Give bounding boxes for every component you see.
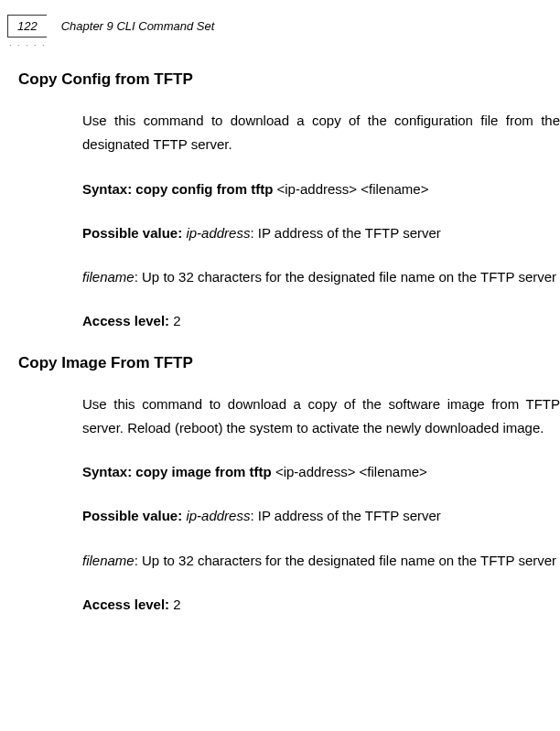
possible-value-line: Possible value: ip-address: IP address o… xyxy=(82,221,560,245)
access-level-block: Access level: 2 xyxy=(18,593,560,617)
syntax-label: Syntax: copy config from tftp xyxy=(82,181,277,197)
filename-line: filename: Up to 32 characters for the de… xyxy=(82,265,560,289)
syntax-line: Syntax: copy image from tftp <ip-address… xyxy=(82,460,560,484)
possible-value-label: Possible value: xyxy=(82,508,186,523)
possible-value-italic: ip-address xyxy=(186,225,250,241)
filename-block: filename: Up to 32 characters for the de… xyxy=(18,549,560,573)
page-content: Copy Config from TFTP Use this command t… xyxy=(0,70,560,617)
page-number: 122 xyxy=(7,15,47,38)
access-level-line: Access level: 2 xyxy=(82,593,560,617)
syntax-block: Syntax: copy image from tftp <ip-address… xyxy=(18,460,560,484)
description-text: Use this command to download a copy of t… xyxy=(82,392,560,441)
syntax-args: <ip-address> <filename> xyxy=(275,464,427,479)
syntax-block: Syntax: copy config from tftp <ip-addres… xyxy=(18,177,560,201)
filename-rest: : Up to 32 characters for the designated… xyxy=(135,269,556,285)
access-level-block: Access level: 2 xyxy=(18,309,560,333)
filename-italic: filename xyxy=(82,553,135,568)
section-heading-copy-config: Copy Config from TFTP xyxy=(18,70,560,89)
section-heading-copy-image: Copy Image From TFTP xyxy=(18,354,560,372)
syntax-args: <ip-address> <filename> xyxy=(277,181,429,197)
possible-value-rest: : IP address of the TFTP server xyxy=(250,508,440,523)
access-level-line: Access level: 2 xyxy=(82,309,560,333)
possible-value-block: Possible value: ip-address: IP address o… xyxy=(18,221,560,245)
page-header: 122 Chapter 9 CLI Command Set xyxy=(0,0,560,38)
filename-block: filename: Up to 32 characters for the de… xyxy=(18,265,560,289)
header-divider: . . . . . xyxy=(9,38,47,48)
description-block: Use this command to download a copy of t… xyxy=(18,109,560,157)
access-level-label: Access level: xyxy=(82,313,173,328)
possible-value-italic: ip-address xyxy=(186,508,250,523)
access-level-value: 2 xyxy=(173,313,180,328)
filename-line: filename: Up to 32 characters for the de… xyxy=(82,549,560,573)
syntax-label: Syntax: copy image from tftp xyxy=(82,464,275,479)
description-text: Use this command to download a copy of t… xyxy=(82,109,560,157)
description-block: Use this command to download a copy of t… xyxy=(18,392,560,441)
possible-value-label: Possible value: xyxy=(82,225,186,241)
filename-italic: filename xyxy=(82,269,135,285)
access-level-value: 2 xyxy=(173,597,180,612)
chapter-title: Chapter 9 CLI Command Set xyxy=(61,19,215,33)
access-level-label: Access level: xyxy=(82,597,173,612)
possible-value-block: Possible value: ip-address: IP address o… xyxy=(18,504,560,528)
syntax-line: Syntax: copy config from tftp <ip-addres… xyxy=(82,177,560,201)
filename-rest: : Up to 32 characters for the designated… xyxy=(135,553,556,568)
possible-value-rest: : IP address of the TFTP server xyxy=(250,225,440,241)
possible-value-line: Possible value: ip-address: IP address o… xyxy=(82,504,560,528)
